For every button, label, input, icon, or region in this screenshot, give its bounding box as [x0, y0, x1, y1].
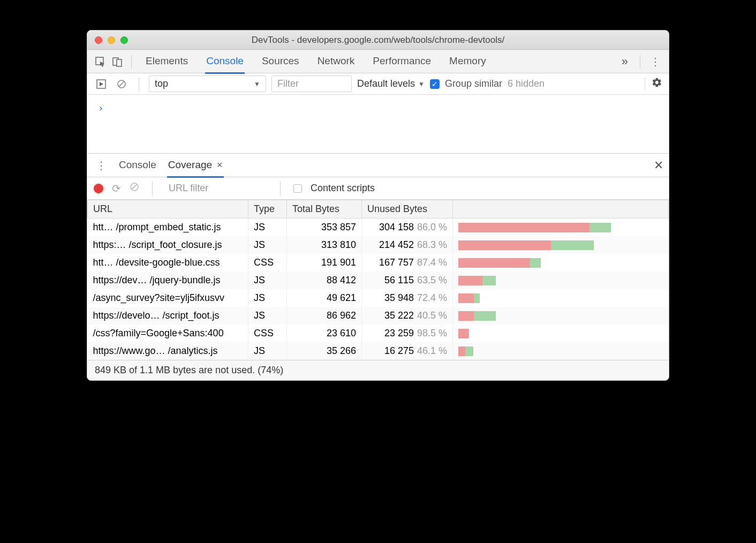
- window-maximize-button[interactable]: [120, 36, 128, 44]
- titlebar: DevTools - developers.google.com/web/too…: [87, 31, 669, 50]
- cell-url: https://dev… /jquery-bundle.js: [88, 272, 248, 289]
- tab-sources[interactable]: Sources: [261, 50, 300, 73]
- separator: [131, 55, 132, 69]
- cell-total-bytes: 23 610: [287, 325, 362, 342]
- tab-memory[interactable]: Memory: [448, 50, 487, 73]
- cell-usage-bar: [453, 218, 669, 237]
- execution-frame-icon[interactable]: [94, 77, 109, 92]
- cell-url: htt… /devsite-google-blue.css: [88, 254, 248, 272]
- cell-total-bytes: 313 810: [287, 236, 362, 254]
- drawer-tab-console[interactable]: Console: [118, 154, 157, 177]
- device-toolbar-icon[interactable]: [110, 54, 125, 69]
- cell-type: JS: [248, 307, 287, 325]
- drawer-tab-coverage[interactable]: Coverage ×: [167, 154, 224, 178]
- dropdown-triangle-icon: ▼: [418, 80, 425, 88]
- content-scripts-checkbox[interactable]: [293, 184, 302, 193]
- coverage-table: URLTypeTotal BytesUnused Bytes htt… /pro…: [87, 200, 669, 360]
- cell-type: JS: [248, 342, 287, 360]
- tab-network[interactable]: Network: [316, 50, 356, 73]
- drawer-menu-icon[interactable]: ⋮: [93, 159, 109, 172]
- separator: [280, 182, 281, 195]
- coverage-row[interactable]: htt… /prompt_embed_static.jsJS353 857304…: [88, 218, 669, 237]
- coverage-toolbar: ⟳ URL filter Content scripts: [87, 177, 669, 200]
- devtools-window: DevTools - developers.google.com/web/too…: [87, 30, 669, 381]
- cell-url: /css?family=Google+Sans:400: [88, 325, 248, 342]
- cell-unused-bytes: 23 25998.5 %: [362, 325, 453, 342]
- window-close-button[interactable]: [95, 36, 102, 44]
- console-input-area[interactable]: ›: [87, 95, 669, 154]
- separator: [139, 77, 139, 91]
- reload-icon[interactable]: ⟳: [112, 182, 121, 195]
- cell-type: CSS: [248, 325, 287, 342]
- cell-total-bytes: 49 621: [287, 289, 362, 307]
- tab-elements[interactable]: Elements: [145, 50, 189, 73]
- cell-unused-bytes: 35 94872.4 %: [362, 289, 453, 307]
- cell-url: htt… /prompt_embed_static.js: [88, 218, 248, 237]
- cell-usage-bar: [453, 342, 669, 360]
- cell-unused-bytes: 304 15886.0 %: [362, 218, 453, 237]
- console-filter-input[interactable]: Filter: [271, 76, 352, 92]
- cell-type: JS: [248, 236, 287, 254]
- context-selector[interactable]: top ▼: [149, 76, 266, 92]
- cell-usage-bar: [453, 325, 669, 342]
- dropdown-triangle-icon: ▼: [254, 80, 260, 88]
- svg-rect-2: [117, 59, 122, 66]
- separator: [152, 182, 153, 195]
- inspect-element-icon[interactable]: [93, 54, 108, 69]
- main-tabstrip: ElementsConsoleSourcesNetworkPerformance…: [87, 50, 669, 73]
- clear-icon[interactable]: [130, 182, 139, 194]
- cell-url: https://www.go… /analytics.js: [88, 342, 248, 360]
- console-settings-icon[interactable]: [645, 77, 662, 90]
- column-header[interactable]: [453, 200, 669, 218]
- column-header[interactable]: URL: [88, 200, 248, 218]
- coverage-row[interactable]: https://www.go… /analytics.jsJS35 26616 …: [88, 342, 669, 360]
- column-header[interactable]: Type: [248, 200, 287, 218]
- coverage-row[interactable]: https://develo… /script_foot.jsJS86 9623…: [88, 307, 669, 325]
- hidden-messages-count[interactable]: 6 hidden: [508, 78, 545, 89]
- tab-console[interactable]: Console: [205, 50, 245, 74]
- svg-line-7: [132, 184, 137, 190]
- coverage-url-filter-input[interactable]: URL filter: [165, 180, 267, 196]
- cell-url: https:… /script_foot_closure.js: [88, 236, 248, 254]
- settings-menu-icon[interactable]: ⋮: [647, 55, 663, 68]
- tab-performance[interactable]: Performance: [372, 50, 432, 73]
- cell-total-bytes: 191 901: [287, 254, 362, 272]
- console-toolbar: top ▼ Filter Default levels ▼ ✓ Group si…: [87, 73, 669, 95]
- column-header[interactable]: Total Bytes: [287, 200, 362, 218]
- drawer-tabstrip: ⋮ ConsoleCoverage × ✕: [87, 154, 669, 177]
- log-levels-label: Default levels: [357, 78, 415, 89]
- drawer-close-icon[interactable]: ✕: [654, 159, 663, 172]
- cell-usage-bar: [453, 272, 669, 289]
- column-header[interactable]: Unused Bytes: [362, 200, 453, 218]
- content-scripts-label: Content scripts: [311, 183, 375, 194]
- coverage-row[interactable]: https://dev… /jquery-bundle.jsJS88 41256…: [88, 272, 669, 289]
- clear-console-icon[interactable]: [114, 77, 129, 92]
- close-tab-icon[interactable]: ×: [214, 160, 223, 170]
- cell-url: /async_survey?site=ylj5ifxusvv: [88, 289, 248, 307]
- cell-total-bytes: 86 962: [287, 307, 362, 325]
- cell-usage-bar: [453, 254, 669, 272]
- group-similar-checkbox[interactable]: ✓: [430, 79, 440, 89]
- coverage-row[interactable]: https:… /script_foot_closure.jsJS313 810…: [88, 236, 669, 254]
- cell-total-bytes: 88 412: [287, 272, 362, 289]
- cell-type: CSS: [248, 254, 287, 272]
- record-button[interactable]: [94, 184, 103, 193]
- coverage-row[interactable]: /async_survey?site=ylj5ifxusvvJS49 62135…: [88, 289, 669, 307]
- cell-unused-bytes: 56 11563.5 %: [362, 272, 453, 289]
- coverage-row[interactable]: htt… /devsite-google-blue.cssCSS191 9011…: [88, 254, 669, 272]
- cell-usage-bar: [453, 307, 669, 325]
- console-prompt-icon: ›: [98, 102, 104, 114]
- cell-url: https://develo… /script_foot.js: [88, 307, 248, 325]
- cell-type: JS: [248, 289, 287, 307]
- coverage-row[interactable]: /css?family=Google+Sans:400CSS23 61023 2…: [88, 325, 669, 342]
- log-levels-selector[interactable]: Default levels ▼: [357, 78, 425, 89]
- cell-unused-bytes: 35 22240.5 %: [362, 307, 453, 325]
- svg-line-5: [119, 81, 124, 87]
- tabs-overflow-icon[interactable]: »: [616, 55, 633, 69]
- cell-total-bytes: 35 266: [287, 342, 362, 360]
- cell-unused-bytes: 16 27546.1 %: [362, 342, 453, 360]
- window-minimize-button[interactable]: [108, 36, 115, 44]
- separator: [640, 55, 640, 69]
- context-selector-value: top: [155, 78, 168, 89]
- window-title: DevTools - developers.google.com/web/too…: [87, 35, 669, 46]
